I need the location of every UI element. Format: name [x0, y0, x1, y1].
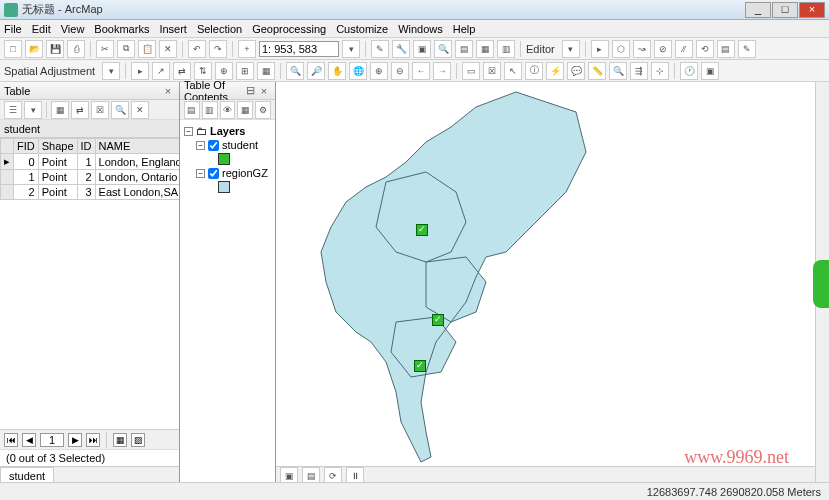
menu-geoprocessing[interactable]: Geoprocessing — [252, 23, 326, 35]
edge-match-icon[interactable]: ⊞ — [236, 62, 254, 80]
menu-file[interactable]: File — [4, 23, 22, 35]
cut-icon[interactable]: ✂ — [96, 40, 114, 58]
layers-root-label[interactable]: Layers — [210, 125, 245, 137]
list-by-selection-icon[interactable]: ▦ — [237, 101, 253, 119]
point-marker[interactable] — [414, 360, 426, 372]
delete-icon[interactable]: ✕ — [159, 40, 177, 58]
show-selected-icon[interactable]: ▨ — [131, 433, 145, 447]
split-icon[interactable]: ⫽ — [675, 40, 693, 58]
symbol-regiongz-icon[interactable] — [218, 181, 230, 193]
copy-icon[interactable]: ⧉ — [117, 40, 135, 58]
tree-collapse-icon[interactable]: − — [184, 127, 193, 136]
identify-icon[interactable]: ⓘ — [525, 62, 543, 80]
zoom-selected-icon[interactable]: 🔍 — [111, 101, 129, 119]
menu-selection[interactable]: Selection — [197, 23, 242, 35]
add-data-icon[interactable]: + — [238, 40, 256, 58]
col-name[interactable]: NAME — [95, 139, 179, 154]
attribute-table[interactable]: FID Shape ID NAME ▸0Point1London, Englan… — [0, 138, 179, 429]
editor-label[interactable]: Editor — [526, 43, 555, 55]
toc-close-icon[interactable]: × — [257, 85, 271, 97]
list-by-drawing-icon[interactable]: ▤ — [184, 101, 200, 119]
menu-windows[interactable]: Windows — [398, 23, 443, 35]
table-options-icon[interactable]: ☰ — [4, 101, 22, 119]
clear-selection-icon[interactable]: ☒ — [483, 62, 501, 80]
menu-view[interactable]: View — [61, 23, 85, 35]
nav-record-input[interactable] — [40, 433, 64, 447]
col-id[interactable]: ID — [77, 139, 95, 154]
point-marker[interactable] — [416, 224, 428, 236]
model-builder-icon[interactable]: ▦ — [476, 40, 494, 58]
fixed-zoom-out-icon[interactable]: ⊖ — [391, 62, 409, 80]
time-slider-icon[interactable]: 🕐 — [680, 62, 698, 80]
attributes-icon[interactable]: ▤ — [717, 40, 735, 58]
zoom-in-icon[interactable]: 🔍 — [286, 62, 304, 80]
modify-link-icon[interactable]: ⇄ — [173, 62, 191, 80]
create-viewer-icon[interactable]: ▣ — [701, 62, 719, 80]
nav-prev-icon[interactable]: ◀ — [22, 433, 36, 447]
nav-first-icon[interactable]: ⏮ — [4, 433, 18, 447]
redo-icon[interactable]: ↷ — [209, 40, 227, 58]
find-icon[interactable]: 🔍 — [609, 62, 627, 80]
layer-label-student[interactable]: student — [222, 139, 258, 151]
table-panel-close-icon[interactable]: × — [161, 85, 175, 97]
delete-selected-icon[interactable]: ✕ — [131, 101, 149, 119]
find-route-icon[interactable]: ⇶ — [630, 62, 648, 80]
scale-dropdown-icon[interactable]: ▾ — [342, 40, 360, 58]
editor-dropdown-icon[interactable]: ▾ — [562, 40, 580, 58]
displacement-icon[interactable]: ⇅ — [194, 62, 212, 80]
col-shape[interactable]: Shape — [38, 139, 77, 154]
python-icon[interactable]: ▤ — [455, 40, 473, 58]
rotate-icon[interactable]: ⟲ — [696, 40, 714, 58]
hyperlink-icon[interactable]: ⚡ — [546, 62, 564, 80]
menu-insert[interactable]: Insert — [159, 23, 187, 35]
fixed-zoom-in-icon[interactable]: ⊕ — [370, 62, 388, 80]
open-icon[interactable]: 📂 — [25, 40, 43, 58]
save-icon[interactable]: 💾 — [46, 40, 64, 58]
menu-customize[interactable]: Customize — [336, 23, 388, 35]
identity-link-icon[interactable]: ⊕ — [215, 62, 233, 80]
switch-selection-icon[interactable]: ⇄ — [71, 101, 89, 119]
toc-options-icon[interactable]: ⚙ — [255, 101, 271, 119]
undo-icon[interactable]: ↶ — [188, 40, 206, 58]
cut-polygons-icon[interactable]: ⊘ — [654, 40, 672, 58]
pan-icon[interactable]: ✋ — [328, 62, 346, 80]
print-icon[interactable]: ⎙ — [67, 40, 85, 58]
new-icon[interactable]: □ — [4, 40, 22, 58]
related-tables-icon[interactable]: ▾ — [24, 101, 42, 119]
select-features-icon[interactable]: ▭ — [462, 62, 480, 80]
tree-collapse-icon[interactable]: − — [196, 141, 205, 150]
list-by-source-icon[interactable]: ▥ — [202, 101, 218, 119]
edit-vertices-icon[interactable]: ⬡ — [612, 40, 630, 58]
html-popup-icon[interactable]: 💬 — [567, 62, 585, 80]
paste-icon[interactable]: 📋 — [138, 40, 156, 58]
symbol-student-icon[interactable] — [218, 153, 230, 165]
tree-collapse-icon[interactable]: − — [196, 169, 205, 178]
close-button[interactable]: × — [799, 2, 825, 18]
show-all-icon[interactable]: ▦ — [113, 433, 127, 447]
side-dock-tab[interactable] — [813, 260, 829, 308]
select-by-attr-icon[interactable]: ▦ — [51, 101, 69, 119]
select-icon[interactable]: ▸ — [131, 62, 149, 80]
menu-help[interactable]: Help — [453, 23, 476, 35]
layer-label-regiongz[interactable]: regionGZ — [222, 167, 268, 179]
editor-toolbar-icon[interactable]: ✎ — [371, 40, 389, 58]
list-by-visibility-icon[interactable]: 👁 — [220, 101, 236, 119]
point-marker[interactable] — [432, 314, 444, 326]
table-row[interactable]: 2Point3East London,SA — [1, 185, 180, 200]
nav-last-icon[interactable]: ⏭ — [86, 433, 100, 447]
nav-next-icon[interactable]: ▶ — [68, 433, 82, 447]
select-elements-icon[interactable]: ↖ — [504, 62, 522, 80]
scale-input[interactable] — [259, 41, 339, 57]
back-icon[interactable]: ← — [412, 62, 430, 80]
minimize-button[interactable]: _ — [745, 2, 771, 18]
col-fid[interactable]: FID — [14, 139, 39, 154]
catalog-icon[interactable]: ▣ — [413, 40, 431, 58]
measure-icon[interactable]: 📏 — [588, 62, 606, 80]
view-links-icon[interactable]: ▦ — [257, 62, 275, 80]
table-row[interactable]: ▸0Point1London, England — [1, 154, 180, 170]
go-to-xy-icon[interactable]: ⊹ — [651, 62, 669, 80]
menu-edit[interactable]: Edit — [32, 23, 51, 35]
full-extent-icon[interactable]: 🌐 — [349, 62, 367, 80]
sa-dropdown-icon[interactable]: ▾ — [102, 62, 120, 80]
map-canvas[interactable]: ▣ ▤ ⟳ ⏸ www.9969.net — [276, 82, 829, 484]
